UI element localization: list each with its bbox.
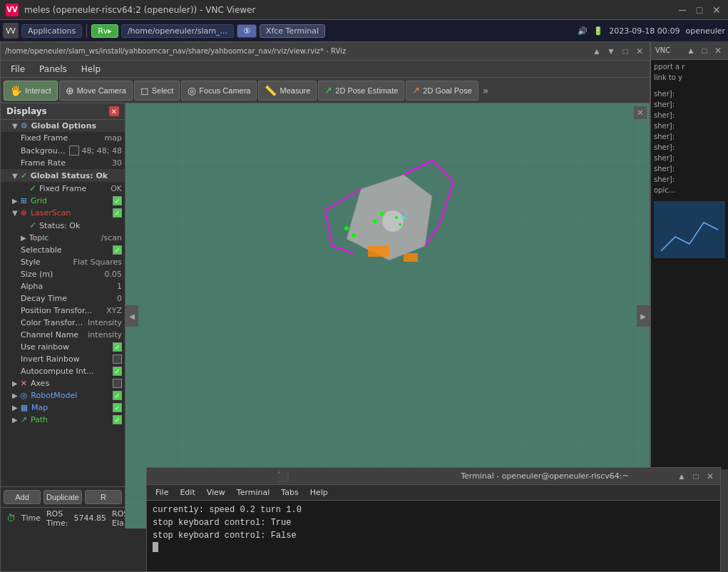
autocompute-label: Autocompute Int... bbox=[21, 367, 111, 376]
fixed-frame-row[interactable]: Fixed Frame map bbox=[1, 132, 125, 144]
alpha-row[interactable]: Alpha 1 bbox=[1, 280, 125, 292]
color-transformer-row[interactable]: Color Transformer Intensity bbox=[1, 317, 125, 329]
topic-label: Topic bbox=[29, 233, 100, 242]
interact-button[interactable]: 🖐 Interact bbox=[4, 81, 58, 101]
terminal-line-1: currently: speed 0.2 turn 1.0 bbox=[153, 504, 714, 516]
terminal-menu-help[interactable]: Help bbox=[304, 486, 334, 499]
map-row[interactable]: ▶ ▦ Map ✓ bbox=[1, 402, 125, 414]
laserscan-row[interactable]: ▼ ⊕ LaserScan ✓ bbox=[1, 207, 125, 219]
invert-rainbow-checkbox[interactable] bbox=[113, 354, 122, 364]
maximize-button[interactable]: □ bbox=[694, 4, 705, 16]
laserscan-checkbox[interactable]: ✓ bbox=[113, 208, 122, 218]
grid-checkbox[interactable]: ✓ bbox=[113, 196, 122, 205]
duplicate-button[interactable]: Duplicate bbox=[43, 490, 82, 504]
terminal-menu-file[interactable]: File bbox=[150, 486, 174, 499]
terminal-restore[interactable]: □ bbox=[690, 471, 702, 482]
selectable-row[interactable]: Selectable ✓ bbox=[1, 244, 125, 256]
rviz-maximize-btn[interactable]: ▼ bbox=[605, 46, 617, 57]
vnc-minimize[interactable]: ▲ bbox=[685, 45, 697, 56]
viewport-close[interactable]: ✕ bbox=[634, 106, 647, 119]
use-rainbow-row[interactable]: Use rainbow ✓ bbox=[1, 341, 125, 353]
path-row[interactable]: ▶ ↗ Path ✓ bbox=[1, 414, 125, 426]
rviz-restore-btn[interactable]: □ bbox=[620, 46, 631, 57]
robotmodel-checkbox[interactable]: ✓ bbox=[113, 391, 122, 400]
menu-file[interactable]: File bbox=[4, 63, 32, 76]
terminal-menu-edit[interactable]: Edit bbox=[174, 486, 200, 499]
fixed-frame-status-row[interactable]: ✓ Fixed Frame OK bbox=[1, 182, 125, 195]
selectable-checkbox[interactable]: ✓ bbox=[113, 245, 122, 255]
robotmodel-row[interactable]: ▶ ◎ RobotModel ✓ bbox=[1, 389, 125, 402]
channel-name-row[interactable]: Channel Name intensity bbox=[1, 329, 125, 341]
frame-rate-row[interactable]: Frame Rate 30 bbox=[1, 157, 125, 169]
invert-rainbow-row[interactable]: Invert Rainbow bbox=[1, 353, 125, 365]
viewport-nav-right[interactable]: ▶ bbox=[637, 305, 650, 327]
taskbar-app-xfce-terminal[interactable]: Xfce Terminal bbox=[260, 24, 325, 38]
menu-help[interactable]: Help bbox=[74, 63, 108, 76]
global-status-check: ✓ bbox=[21, 170, 28, 180]
taskbar-sep-1 bbox=[86, 24, 87, 38]
autocompute-row[interactable]: Autocompute Int... ✓ bbox=[1, 365, 125, 377]
map-checkbox[interactable]: ✓ bbox=[113, 403, 122, 412]
global-status-row[interactable]: ▼ ✓ Global Status: Ok bbox=[1, 169, 125, 182]
terminal-icon: ⬛ bbox=[151, 471, 414, 482]
vnc-line-13: opic... bbox=[654, 185, 725, 195]
style-row[interactable]: Style Flat Squares bbox=[1, 256, 125, 268]
displays-content: ▼ ⚙ Global Options Fixed Frame map Backg… bbox=[1, 120, 125, 486]
terminal-menu-view[interactable]: View bbox=[201, 486, 231, 499]
measure-button[interactable]: 📏 Measure bbox=[258, 81, 317, 101]
terminal-menu-tabs[interactable]: Tabs bbox=[275, 486, 304, 499]
taskbar-app-rviz[interactable]: Rv▸ bbox=[91, 24, 118, 38]
position-transf-row[interactable]: Position Transfor... XYZ bbox=[1, 305, 125, 317]
terminal-close-x[interactable]: ✕ bbox=[704, 471, 716, 482]
focus-camera-button[interactable]: ◎ Focus Camera bbox=[181, 81, 257, 101]
viewport-nav-left[interactable]: ◀ bbox=[125, 305, 138, 327]
rviz-close-btn[interactable]: ✕ bbox=[634, 46, 645, 57]
pose-estimate-button[interactable]: ↗ 2D Pose Estimate bbox=[318, 81, 404, 101]
grid-row[interactable]: ▶ ⊞ Grid ✓ bbox=[1, 195, 125, 207]
autocompute-checkbox[interactable]: ✓ bbox=[113, 367, 122, 376]
axes-checkbox[interactable] bbox=[113, 379, 122, 388]
toolbar-more-icon[interactable]: » bbox=[483, 85, 489, 96]
grid-label: Grid bbox=[31, 196, 111, 205]
topic-value: /scan bbox=[101, 233, 122, 242]
background-color-row[interactable]: Background Color 48; 48; 48 bbox=[1, 144, 125, 157]
terminal-content[interactable]: currently: speed 0.2 turn 1.0 stop keybo… bbox=[147, 501, 720, 555]
size-row[interactable]: Size (m) 0.05 bbox=[1, 268, 125, 280]
vnc-side-panel: VNC ▲ □ ✕ pport a r link to y sher]: she… bbox=[650, 41, 728, 469]
viewport[interactable]: ◀ ▶ ✕ bbox=[125, 103, 650, 528]
ros-elapsed-label: ROS Ela... bbox=[112, 509, 125, 528]
axes-row[interactable]: ▶ ✕ Axes bbox=[1, 377, 125, 389]
menu-panels[interactable]: Panels bbox=[32, 63, 74, 76]
status-ok-row[interactable]: ✓ Status: Ok bbox=[1, 219, 125, 232]
rviz-minimize-btn[interactable]: ▲ bbox=[591, 46, 603, 57]
terminal-minimize[interactable]: ▲ bbox=[676, 471, 687, 482]
terminal-titlebar-btns: ▲ □ ✕ bbox=[676, 471, 716, 482]
select-button[interactable]: ◻ Select bbox=[134, 81, 180, 101]
terminal-window: ⬛ Terminal - openeuler@openeuler-riscv64… bbox=[146, 467, 721, 572]
taskbar-app-applications[interactable]: Applications bbox=[21, 24, 82, 38]
close-button[interactable]: ✕ bbox=[711, 4, 722, 16]
goal-pose-button[interactable]: ↗ 2D Goal Pose bbox=[406, 81, 478, 101]
vnc-restore[interactable]: □ bbox=[699, 45, 710, 56]
remove-button[interactable]: R bbox=[85, 490, 122, 504]
use-rainbow-checkbox[interactable]: ✓ bbox=[113, 342, 122, 352]
path-checkbox[interactable]: ✓ bbox=[113, 415, 122, 424]
vnc-line-2: link to y bbox=[654, 72, 725, 83]
global-options-row[interactable]: ▼ ⚙ Global Options bbox=[1, 120, 125, 132]
add-button[interactable]: Add bbox=[4, 490, 41, 504]
vnc-line-7: sher]: bbox=[654, 121, 725, 131]
move-camera-button[interactable]: ⊕ Move Camera bbox=[59, 81, 133, 101]
taskbar-app-slam[interactable]: /home/openeuler/slam_... bbox=[121, 24, 234, 38]
decay-time-row[interactable]: Decay Time 0 bbox=[1, 292, 125, 305]
battery-icon[interactable]: 🔋 bbox=[593, 26, 603, 36]
displays-panel-close[interactable]: ✕ bbox=[109, 106, 119, 116]
volume-icon[interactable]: 🔊 bbox=[578, 26, 588, 36]
terminal-menu-terminal[interactable]: Terminal bbox=[231, 486, 276, 499]
vnc-close[interactable]: ✕ bbox=[712, 45, 724, 56]
topic-row[interactable]: ▶ Topic /scan bbox=[1, 232, 125, 244]
interact-label: Interact bbox=[25, 86, 51, 95]
taskbar-logo[interactable]: VV bbox=[3, 23, 19, 39]
taskbar-app-5[interactable]: ⑤ bbox=[237, 24, 257, 38]
minimize-button[interactable]: ─ bbox=[677, 4, 688, 16]
size-label: Size (m) bbox=[21, 270, 103, 279]
